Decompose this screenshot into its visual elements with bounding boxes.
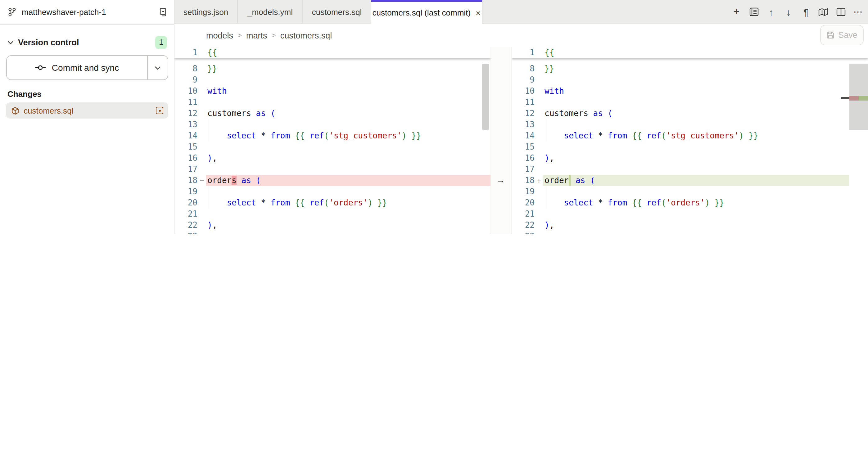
diff-sign — [197, 97, 206, 108]
diff-sign — [197, 47, 206, 58]
code-text — [206, 74, 491, 86]
diff-sign — [535, 164, 543, 175]
code-text: ), — [206, 153, 491, 164]
new-tab-plus-icon[interactable]: + — [732, 7, 741, 17]
code-line-15: 15 — [512, 142, 868, 153]
code-text — [543, 119, 849, 130]
diff-pane-modified[interactable]: 1{{8}}910with1112customers as (1314 sele… — [512, 47, 868, 234]
line-number: 15 — [175, 142, 197, 153]
line-number: 16 — [512, 153, 535, 164]
code-token: {{ — [545, 48, 554, 57]
line-number: 1 — [512, 47, 535, 58]
line-number: 22 — [512, 220, 535, 231]
code-text — [206, 209, 491, 220]
outline-icon[interactable] — [749, 7, 759, 17]
code-text — [543, 142, 849, 153]
code-token: ( — [661, 198, 666, 207]
line-number: 19 — [175, 186, 197, 197]
indent-guide — [546, 197, 546, 209]
revert-change-arrow-icon[interactable]: → — [496, 176, 505, 184]
commit-and-sync-button[interactable]: Commit and sync — [6, 55, 168, 80]
code-line-1: 1{{ — [175, 47, 491, 58]
code-token: {{ — [295, 198, 310, 207]
diff-sign — [535, 97, 543, 108]
code-text: ), — [543, 220, 849, 231]
changed-file-row[interactable]: customers.sql — [6, 102, 168, 119]
diff-sign — [535, 186, 543, 197]
code-token — [207, 198, 227, 207]
indent-guide — [546, 186, 546, 197]
indent-guide — [546, 119, 546, 130]
line-number: 9 — [512, 74, 535, 86]
breadcrumb-segment: marts — [246, 31, 267, 40]
diff-sign — [197, 63, 206, 74]
code-token: as ( — [242, 176, 261, 185]
version-control-section-header[interactable]: Version control 1 — [0, 35, 175, 50]
tab-settings-json[interactable]: settings.json — [175, 0, 238, 24]
close-tab-icon[interactable]: × — [475, 8, 480, 18]
arrow-up-icon[interactable]: ↑ — [766, 7, 776, 17]
copy-branch-icon[interactable] — [158, 7, 167, 17]
code-token: select — [227, 198, 256, 207]
code-token: , — [212, 220, 217, 230]
code-text: {{ — [543, 47, 849, 58]
code-line-19: 19 — [175, 186, 491, 197]
code-token: as ( — [593, 108, 613, 118]
diff-sign — [535, 220, 543, 231]
code-line-11: 11 — [512, 97, 868, 108]
arrow-down-icon[interactable]: ↓ — [783, 7, 794, 17]
breadcrumb: models>marts>customers.sql — [206, 24, 332, 47]
diff-sign — [197, 74, 206, 86]
code-token: * — [593, 131, 608, 140]
code-token — [207, 131, 227, 140]
split-editor-icon[interactable] — [836, 7, 846, 17]
code-token: with — [545, 86, 564, 96]
code-token: }} — [207, 64, 217, 73]
map-icon[interactable] — [818, 7, 828, 17]
code-token: select — [564, 198, 593, 207]
left-pane-scrollbar[interactable] — [482, 64, 489, 130]
diff-sign — [197, 209, 206, 220]
line-number: 18 — [512, 175, 535, 186]
code-text: select * from {{ ref('stg_customers') }} — [206, 130, 491, 142]
save-label: Save — [838, 30, 858, 40]
code-token: ref — [647, 198, 661, 207]
diff-pane-original[interactable]: 1{{8}}910with1112customers as (1314 sele… — [175, 47, 491, 234]
diff-sign — [535, 153, 543, 164]
overview-ruler-cursor-marker — [841, 97, 849, 99]
code-token: 'stg_customers' — [329, 131, 402, 140]
tab-customers-sql-last-commit-[interactable]: customers.sql (last commit)× — [371, 0, 483, 24]
pilcrow-icon[interactable]: ¶ — [801, 7, 811, 17]
code-token: }} — [545, 64, 554, 73]
code-token: from — [271, 198, 290, 207]
code-text: }} — [206, 63, 491, 74]
tab-customers-sql[interactable]: customers.sql — [303, 0, 371, 24]
code-line-14: 14 select * from {{ ref('stg_customers')… — [175, 130, 491, 142]
commit-and-sync-main[interactable]: Commit and sync — [7, 56, 147, 80]
tab--models-yml[interactable]: _models.yml — [238, 0, 303, 24]
code-token: ) }} — [402, 131, 421, 140]
diff-sign — [535, 142, 543, 153]
more-options-icon[interactable]: ⋯ — [853, 7, 863, 17]
code-line-23: 23 — [175, 231, 491, 234]
line-number: 11 — [175, 97, 197, 108]
code-line-8: 8}} — [175, 63, 491, 74]
diff-sign — [197, 108, 206, 119]
line-number: 19 — [512, 186, 535, 197]
code-line-8: 8}} — [512, 63, 868, 74]
breadcrumb-bar: models>marts>customers.sql Save — [175, 24, 868, 47]
overview-ruler-deletion-marker — [849, 96, 859, 100]
indent-guide — [208, 119, 209, 130]
code-line-15: 15 — [175, 142, 491, 153]
code-text: select * from {{ ref('orders') }} — [543, 197, 849, 209]
code-line-11: 11 — [175, 97, 491, 108]
breadcrumb-segment: models — [206, 31, 233, 40]
diff-sign — [535, 231, 543, 234]
breadcrumb-separator-icon: > — [272, 31, 276, 40]
commit-options-caret[interactable] — [147, 56, 168, 80]
code-text — [206, 186, 491, 197]
code-text: ), — [543, 153, 849, 164]
save-button[interactable]: Save — [820, 25, 864, 45]
code-token — [627, 131, 632, 140]
code-text: {{ — [206, 47, 491, 58]
